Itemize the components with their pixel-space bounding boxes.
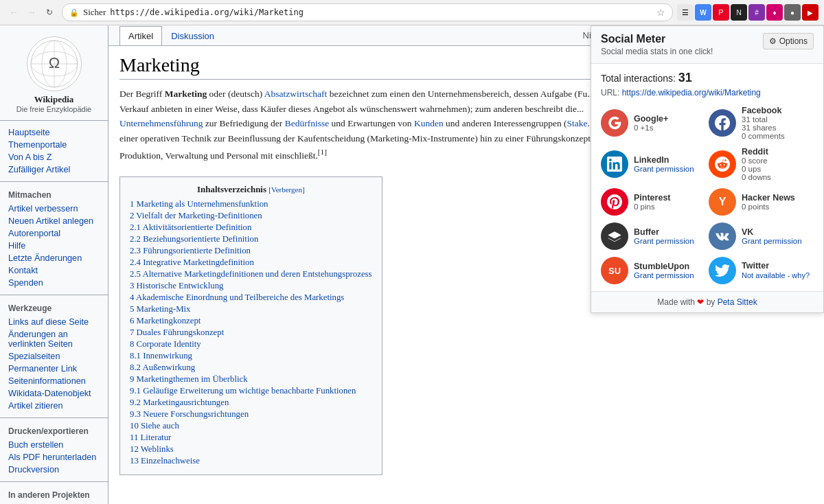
sm-footer: Made with ❤ by Peta Sittek [591, 291, 823, 312]
toc-link-2[interactable]: 2 Vielfalt der Marketing-Definitionen [130, 211, 262, 220]
toc-link-2-1[interactable]: 2.1 Aktivitätsorientierte Definition [130, 222, 251, 232]
toc-link-8-2[interactable]: 8.2 Außenwirkung [130, 363, 195, 372]
sm-stumbleupon-perm[interactable]: Grant permission [634, 271, 694, 279]
link-absatzwirtschaft[interactable]: Absatzwirtschaft [264, 89, 327, 99]
toc-link-12[interactable]: 12 Weblinks [130, 444, 174, 454]
sidebar-item-druck[interactable]: Druckversion [0, 463, 108, 476]
ext-button-8[interactable]: ▶ [802, 4, 819, 21]
address-bar[interactable]: 🔒 Sicher https://de.wikipedia.org/wiki/M… [62, 3, 673, 21]
sm-linkedin-name: LinkedIn [634, 155, 694, 165]
sm-url-label: URL: [601, 88, 619, 98]
sidebar-item-hauptseite[interactable]: Hauptseite [0, 126, 108, 139]
sm-footer-link[interactable]: Peta Sittek [718, 297, 757, 307]
sidebar-item-verbessern[interactable]: Artikel verbessern [0, 203, 108, 215]
link-kunden[interactable]: Kunden [414, 118, 444, 128]
sm-footer-text: Made with [657, 297, 697, 307]
sm-url: URL: https://de.wikipedia.org/wiki/Marke… [601, 88, 814, 98]
sidebar-item-letzte[interactable]: Letzte Änderungen [0, 252, 108, 264]
sidebar-item-zufaelliger[interactable]: Zufälliger Artikel [0, 163, 108, 176]
toc-item: 13 Einzelnachweise [130, 456, 372, 466]
ext-button-5[interactable]: # [748, 4, 765, 21]
toc-link-9-1[interactable]: 9.1 Geläufige Erweiterung um wichtige be… [130, 386, 356, 396]
ext-button-1[interactable]: ☰ [677, 4, 694, 21]
toc-link-4[interactable]: 4 Akademische Einordnung und Teilbereich… [130, 293, 344, 302]
sidebar-item-autorenportal[interactable]: Autorenportal [0, 227, 108, 240]
link-beduerfnisse[interactable]: Bedürfnisse [285, 118, 330, 128]
sm-buffer-perm[interactable]: Grant permission [634, 237, 694, 245]
ext-button-6[interactable]: ♦ [766, 4, 783, 21]
sidebar-section-nav: Hauptseite Themenportale Von A bis Z Zuf… [0, 126, 108, 176]
ext-button-2[interactable]: W [695, 4, 711, 21]
sidebar-item-permanenter[interactable]: Permanenter Link [0, 363, 108, 375]
sidebar-item-neuen[interactable]: Neuen Artikel anlegen [0, 215, 108, 227]
bookmark-button[interactable]: ☆ [656, 7, 665, 18]
ext-button-3[interactable]: P [713, 4, 729, 21]
sm-item-facebook: Facebook 31 total 31 shares 0 comments [709, 106, 814, 140]
toc-link-6[interactable]: 6 Marketingkonzept [130, 316, 201, 325]
toc-link-8-1[interactable]: 8.1 Innenwirkung [130, 351, 192, 360]
sidebar-item-kontakt[interactable]: Kontakt [0, 264, 108, 277]
sidebar-item-wikidata[interactable]: Wikidata-Datenobjekt [0, 387, 108, 400]
sm-options-button[interactable]: ⚙ Options [763, 33, 814, 49]
toc-link-9[interactable]: 9 Marketingthemen im Überblick [130, 374, 248, 384]
toc-item: 9 Marketingthemen im Überblick [130, 374, 372, 385]
toc-link-8[interactable]: 8 Corporate Identity [130, 339, 201, 349]
toc-link-5[interactable]: 5 Marketing-Mix [130, 304, 191, 314]
toc-link-7[interactable]: 7 Duales Führungskonzept [130, 328, 224, 337]
back-button[interactable]: ← [5, 4, 22, 21]
toc-link-1[interactable]: 1 Marketing als Unternehmensfunktion [130, 199, 268, 209]
sm-facebook-name: Facebook [742, 106, 785, 115]
ext-button-7[interactable]: ● [784, 4, 801, 21]
sm-vk-perm[interactable]: Grant permission [742, 237, 802, 245]
sm-item-pinterest: Pinterest 0 pins [601, 188, 706, 216]
toc-link-2-5[interactable]: 2.5 Alternative Marketingdefinitionen un… [130, 269, 372, 279]
sidebar-item-hilfe[interactable]: Hilfe [0, 240, 108, 252]
toc-link-2-2[interactable]: 2.2 Beziehungsorientierte Definition [130, 234, 258, 244]
toc-item: 2.1 Aktivitätsorientierte Definition [130, 222, 372, 233]
sm-facebook-icon [709, 109, 736, 137]
ext-button-4[interactable]: N [731, 4, 747, 21]
sidebar-section-mitmachen: Mitmachen Artikel verbessern Neuen Artik… [0, 187, 108, 289]
sidebar-item-von-a-bis-z[interactable]: Von A bis Z [0, 151, 108, 163]
forward-button[interactable]: → [23, 4, 40, 21]
toc-link-10[interactable]: 10 Siehe auch [130, 421, 179, 431]
sm-linkedin-perm[interactable]: Grant permission [634, 165, 694, 173]
sidebar-item-zitieren[interactable]: Artikel zitieren [0, 400, 108, 412]
sidebar-item-aenderungen[interactable]: Änderungen an verlinkten Seiten [0, 328, 108, 350]
sm-hackernews-info: Hacker News 0 points [742, 193, 795, 211]
toc-link-11[interactable]: 11 Literatur [130, 433, 171, 442]
sidebar-item-seiteninfo[interactable]: Seiteninformationen [0, 375, 108, 387]
toc-toggle[interactable]: [Verbergen] [268, 185, 304, 194]
toc-link-9-3[interactable]: 9.3 Neuere Forschungsrichtungen [130, 409, 249, 419]
sm-facebook-stats: 31 total 31 shares 0 comments [742, 115, 785, 140]
toc-item: 8 Corporate Identity [130, 339, 372, 350]
sm-item-reddit: Reddit 0 score 0 ups 0 downs [709, 147, 814, 181]
sidebar-header-mitmachen: Mitmachen [0, 187, 108, 203]
sidebar-item-links[interactable]: Links auf diese Seite [0, 316, 108, 328]
sm-url-link[interactable]: https://de.wikipedia.org/wiki/Marketing [622, 88, 761, 98]
sidebar-item-spezialseiten[interactable]: Spezialseiten [0, 350, 108, 363]
toc-link-3[interactable]: 3 Historische Entwicklung [130, 281, 223, 290]
toc-link-13[interactable]: 13 Einzelnachweise [130, 456, 200, 466]
link-stake[interactable]: Stake [567, 118, 588, 128]
tabs-left: Artikel Diskussion [119, 26, 223, 45]
sm-heart-icon: ❤ [697, 297, 704, 307]
tab-diskussion[interactable]: Diskussion [162, 26, 223, 45]
tab-artikel[interactable]: Artikel [119, 26, 162, 45]
sm-item-buffer: Buffer Grant permission [601, 222, 706, 250]
toc-link-2-4[interactable]: 2.4 Integrative Marketingdefinition [130, 257, 254, 267]
sidebar-item-themenportale[interactable]: Themenportale [0, 139, 108, 151]
toc-link-9-2[interactable]: 9.2 Marketingausrichtungen [130, 398, 229, 407]
sm-total-count: 31 [678, 71, 692, 84]
toc-link-2-3[interactable]: 2.3 Führungsorientierte Definition [130, 246, 251, 255]
toc-item: 2.2 Beziehungsorientierte Definition [130, 234, 372, 244]
sm-fb-comments: 0 comments [742, 132, 785, 140]
sidebar-item-pdf[interactable]: Als PDF herunterladen [0, 451, 108, 463]
link-unternehmensfuehrung[interactable]: Unternehmensführung [119, 118, 203, 128]
nav-buttons: ← → ↻ [5, 4, 58, 21]
reload-button[interactable]: ↻ [41, 4, 58, 21]
sidebar-item-buch[interactable]: Buch erstellen [0, 439, 108, 451]
sm-twitter-noavail[interactable]: Not available - why? [742, 271, 810, 279]
sm-item-twitter: Twitter Not available - why? [709, 257, 814, 284]
sidebar-item-spenden[interactable]: Spenden [0, 277, 108, 289]
